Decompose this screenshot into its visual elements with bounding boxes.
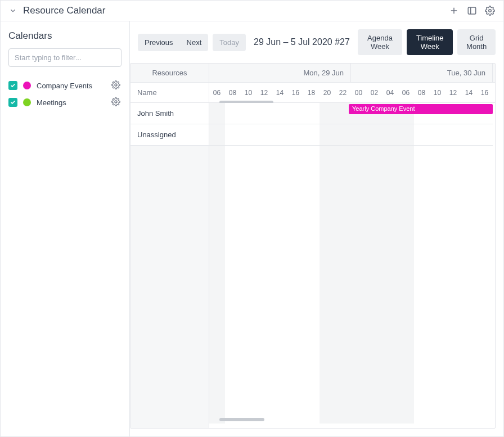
hour-header-cell: 16: [288, 83, 304, 102]
today-button[interactable]: Today: [213, 34, 246, 51]
date-range-label: 29 Jun – 5 Jul 2020 #27: [254, 37, 350, 47]
hour-header-cell: 00: [351, 83, 367, 102]
hour-header-cell: 14: [461, 83, 477, 102]
svg-rect-2: [468, 7, 476, 14]
timeline-row[interactable]: Yearly Company Event: [209, 103, 493, 124]
sidebar-title: Calendars: [8, 30, 122, 42]
svg-point-5: [115, 84, 117, 86]
svg-point-4: [489, 10, 492, 12]
collapse-chevron-icon[interactable]: [8, 6, 17, 15]
hour-header-cell: 16: [477, 83, 493, 102]
hour-header-cell: 20: [320, 83, 335, 102]
hour-header-cell: 18: [304, 83, 320, 102]
name-column-header: Name: [130, 83, 209, 103]
horizontal-scroll-indicator-bottom[interactable]: [219, 418, 264, 421]
calendar-settings-gear-icon[interactable]: [111, 97, 122, 107]
settings-gear-icon[interactable]: [484, 5, 496, 16]
off-hours-shading: [320, 146, 414, 424]
off-hours-shading: [209, 146, 225, 424]
hour-header-cell: 22: [335, 83, 351, 102]
hour-header-cell: 06: [209, 83, 225, 102]
previous-button[interactable]: Previous: [138, 34, 180, 51]
calendar-settings-gear-icon[interactable]: [111, 80, 122, 91]
calendar-toolbar: Previous Next Today 29 Jun – 5 Jul 2020 …: [130, 21, 503, 63]
off-hours-shading: [320, 124, 414, 145]
calendar-list-item: Meetings: [8, 94, 122, 111]
timeline-row[interactable]: [209, 124, 493, 146]
app-header: Resource Calendar: [1, 1, 503, 21]
next-button[interactable]: Next: [180, 34, 209, 51]
calendar-label: Company Events: [37, 82, 106, 90]
hour-header-cell: 10: [241, 83, 256, 102]
calendar-checkbox[interactable]: [8, 81, 17, 90]
calendar-grid: Resources Name John SmithUnassigned Mon,…: [130, 63, 496, 429]
view-timeline-week-button[interactable]: Timeline Week: [407, 29, 453, 55]
svg-point-6: [115, 101, 117, 103]
day-header: Tue, 30 Jun: [351, 64, 493, 82]
calendar-list-item: Company Events: [8, 77, 122, 94]
resources-column-header: Resources: [130, 64, 209, 83]
resource-row-label: Unassigned: [130, 124, 209, 146]
off-hours-shading: [209, 124, 225, 145]
hour-header-cell: 06: [398, 83, 414, 102]
resource-row-label: John Smith: [130, 103, 209, 124]
calendar-label: Meetings: [37, 98, 106, 107]
view-grid-month-button[interactable]: Grid Month: [457, 29, 496, 55]
calendar-color-dot: [23, 82, 31, 89]
hour-header-cell: 02: [367, 83, 382, 102]
hour-header-cell: 12: [446, 83, 461, 102]
calendar-event[interactable]: Yearly Company Event: [349, 104, 493, 114]
panel-toggle-icon[interactable]: [466, 5, 478, 16]
off-hours-shading: [209, 103, 225, 124]
hour-header-cell: 08: [414, 83, 430, 102]
day-header: Mon, 29 Jun: [209, 64, 351, 82]
hour-header-cell: 04: [382, 83, 398, 102]
hour-header-cell: 12: [256, 83, 272, 102]
calendar-checkbox[interactable]: [8, 98, 17, 107]
sidebar: Calendars Company Events Meetings: [1, 21, 130, 436]
add-icon[interactable]: [448, 5, 460, 16]
view-agenda-week-button[interactable]: Agenda Week: [358, 29, 402, 55]
page-title: Resource Calendar: [23, 5, 105, 16]
hour-header-cell: 08: [225, 83, 241, 102]
calendar-color-dot: [23, 98, 31, 106]
hour-header-cell: 10: [430, 83, 446, 102]
timeline-empty-area: [209, 146, 495, 424]
hour-header-cell: 14: [272, 83, 288, 102]
calendar-filter-input[interactable]: [8, 48, 122, 67]
